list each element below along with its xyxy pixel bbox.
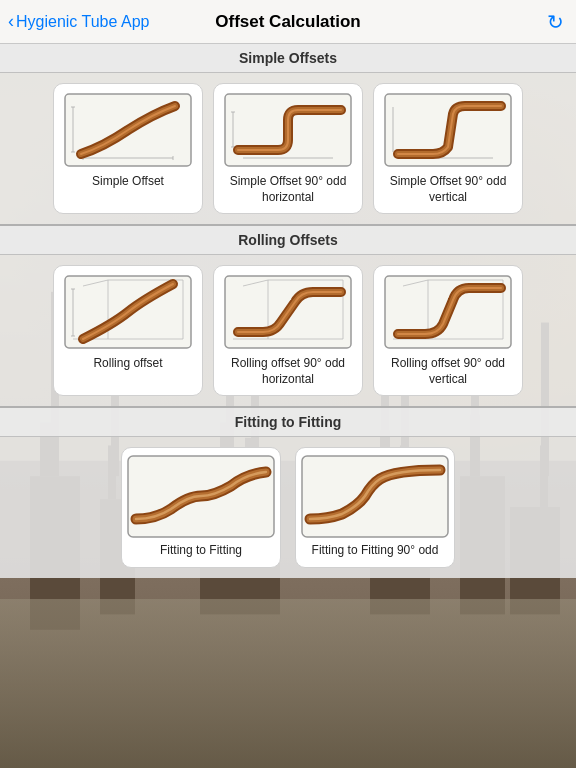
card-label-rolling-offset-90h: Rolling offset 90° odd horizontal: [220, 356, 356, 387]
card-image-simple-offset-90h: [219, 90, 357, 170]
fitting-to-fitting-section: Fitting to Fitting Fitting to Fitting: [0, 408, 576, 578]
fitting-to-fitting-cards: Fitting to Fitting Fitting to Fitting 90…: [0, 437, 576, 578]
card-image-simple-offset-90v: [379, 90, 517, 170]
card-image-simple-offset: [59, 90, 197, 170]
nav-bar: ‹ Hygienic Tube App Offset Calculation ↻: [0, 0, 576, 44]
rolling-offsets-section: Rolling Offsets: [0, 226, 576, 406]
card-label-fitting-to-fitting: Fitting to Fitting: [160, 543, 242, 559]
card-simple-offset-90h[interactable]: Simple Offset 90° odd horizontal: [213, 83, 363, 214]
card-simple-offset-90v[interactable]: Simple Offset 90° odd vertical: [373, 83, 523, 214]
card-image-fitting-to-fitting-90: [300, 454, 450, 539]
simple-offsets-cards: Simple Offset: [0, 73, 576, 224]
simple-offsets-header: Simple Offsets: [0, 44, 576, 73]
fitting-to-fitting-header: Fitting to Fitting: [0, 408, 576, 437]
card-rolling-offset-90h[interactable]: Rolling offset 90° odd horizontal: [213, 265, 363, 396]
card-image-rolling-offset-90h: [219, 272, 357, 352]
page-title: Offset Calculation: [215, 12, 360, 32]
rolling-offsets-cards: Rolling offset: [0, 255, 576, 406]
card-fitting-to-fitting[interactable]: Fitting to Fitting: [121, 447, 281, 568]
card-label-fitting-to-fitting-90: Fitting to Fitting 90° odd: [312, 543, 439, 559]
card-image-rolling-offset-90v: [379, 272, 517, 352]
card-label-rolling-offset-90v: Rolling offset 90° odd vertical: [380, 356, 516, 387]
card-image-fitting-to-fitting: [126, 454, 276, 539]
back-label: Hygienic Tube App: [16, 13, 149, 31]
card-rolling-offset[interactable]: Rolling offset: [53, 265, 203, 396]
rolling-offsets-header: Rolling Offsets: [0, 226, 576, 255]
back-chevron-icon: ‹: [8, 11, 14, 32]
refresh-button[interactable]: ↻: [547, 10, 564, 34]
card-label-simple-offset: Simple Offset: [92, 174, 164, 190]
card-label-rolling-offset: Rolling offset: [93, 356, 162, 372]
simple-offsets-section: Simple Offsets: [0, 44, 576, 224]
card-label-simple-offset-90h: Simple Offset 90° odd horizontal: [220, 174, 356, 205]
card-label-simple-offset-90v: Simple Offset 90° odd vertical: [380, 174, 516, 205]
card-rolling-offset-90v[interactable]: Rolling offset 90° odd vertical: [373, 265, 523, 396]
card-image-rolling-offset: [59, 272, 197, 352]
card-fitting-to-fitting-90[interactable]: Fitting to Fitting 90° odd: [295, 447, 455, 568]
card-simple-offset[interactable]: Simple Offset: [53, 83, 203, 214]
back-button[interactable]: ‹ Hygienic Tube App: [8, 11, 149, 32]
content-area: Simple Offsets: [0, 44, 576, 578]
